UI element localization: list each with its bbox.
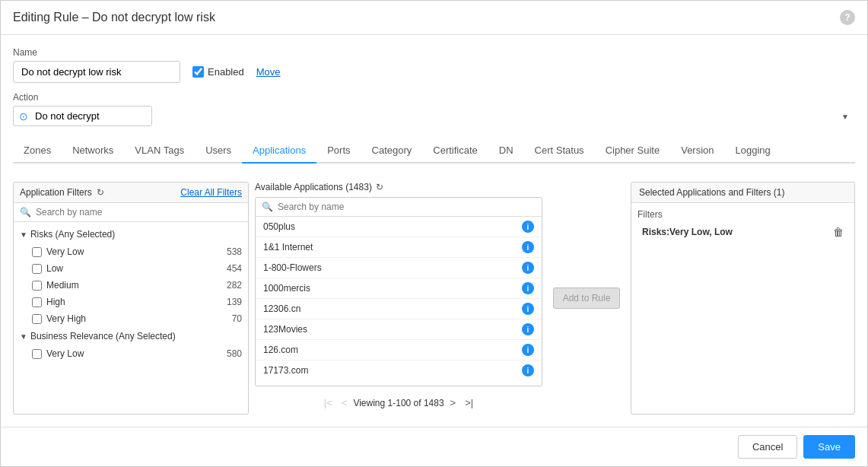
app-info-icon-0[interactable]: i — [522, 221, 534, 233]
filter-key: Risks: — [642, 227, 669, 237]
action-label: Action — [13, 92, 855, 103]
app-name-5: 123Movies — [263, 324, 307, 335]
app-search-icon: 🔍 — [262, 202, 273, 212]
tab-logging[interactable]: Logging — [725, 138, 781, 164]
enabled-checkbox-label[interactable]: Enabled — [192, 66, 244, 78]
clear-all-filters-link[interactable]: Clear All Filters — [180, 187, 242, 198]
tab-applications[interactable]: Applications — [242, 138, 316, 164]
filter-search-input[interactable] — [36, 207, 242, 218]
three-panel: Application Filters ↻ Clear All Filters … — [13, 182, 855, 415]
move-link[interactable]: Move — [256, 66, 281, 78]
filter-search-icon: 🔍 — [20, 207, 31, 218]
cancel-button[interactable]: Cancel — [738, 435, 797, 459]
action-icon: ⊙ — [19, 110, 28, 122]
app-info-icon-3[interactable]: i — [522, 282, 534, 294]
save-button[interactable]: Save — [803, 435, 855, 459]
filter-item-count-0-1: 454 — [227, 263, 242, 274]
app-info-icon-7[interactable]: i — [522, 364, 534, 376]
tab-certificate[interactable]: Certificate — [422, 138, 488, 164]
first-page-btn[interactable]: |< — [321, 396, 335, 410]
prev-page-btn[interactable]: < — [339, 396, 351, 410]
tab-cert-status[interactable]: Cert Status — [524, 138, 595, 164]
modal-body: Name Enabled Move Action ⊙ Do not decryp… — [1, 35, 867, 427]
app-item-7[interactable]: 17173.com i — [256, 361, 542, 380]
app-item-5[interactable]: 123Movies i — [256, 319, 542, 340]
modal-header: Editing Rule – Do not decrypt low risk ? — [1, 1, 867, 35]
tab-zones[interactable]: Zones — [13, 138, 62, 164]
filter-panel-header: Application Filters ↻ Clear All Filters — [14, 183, 248, 203]
tab-ports[interactable]: Ports — [316, 138, 361, 164]
filter-item-count-1-0: 580 — [227, 348, 242, 359]
filter-item-count-0-4: 70 — [232, 313, 242, 324]
filter-checkbox-0-2[interactable] — [32, 281, 42, 291]
available-apps-panel: Available Applications (1483) ↻ 🔍 050plu… — [255, 182, 542, 415]
filter-checkbox-0-4[interactable] — [32, 314, 42, 324]
filter-item-0-0: Very Low 538 — [14, 243, 248, 260]
filter-panel-title: Application Filters ↻ — [20, 187, 104, 198]
app-list: 050plus i 1&1 Internet i 1-800-Flowers i… — [256, 217, 542, 386]
app-name-7: 17173.com — [263, 365, 308, 376]
enabled-checkbox[interactable] — [192, 66, 204, 78]
help-icon[interactable]: ? — [840, 10, 855, 25]
selected-panel: Selected Applications and Filters (1) Fi… — [631, 182, 855, 415]
delete-filter-icon[interactable]: 🗑 — [833, 226, 844, 238]
app-info-icon-1[interactable]: i — [522, 241, 534, 253]
tab-cipher-suite[interactable]: Cipher Suite — [595, 138, 671, 164]
filter-item-count-0-3: 139 — [227, 297, 242, 307]
add-to-rule-button[interactable]: Add to Rule — [553, 288, 621, 309]
filter-checkbox-0-1[interactable] — [32, 264, 42, 274]
apps-refresh-icon[interactable]: ↻ — [376, 182, 383, 192]
app-search-input[interactable] — [278, 202, 536, 212]
app-item-3[interactable]: 1000mercis i — [256, 278, 542, 299]
filter-search-box: 🔍 — [14, 203, 248, 222]
app-info-icon-6[interactable]: i — [522, 344, 534, 356]
pagination-bar: |< < Viewing 1-100 of 1483 > >| — [255, 391, 542, 415]
app-name-0: 050plus — [263, 221, 295, 232]
chevron-down-icon: ▼ — [841, 112, 849, 120]
app-item-1[interactable]: 1&1 Internet i — [256, 237, 542, 258]
tab-networks[interactable]: Networks — [62, 138, 124, 164]
filter-group-header-1[interactable]: ▼ Business Relevance (Any Selected) — [14, 327, 248, 345]
action-select[interactable]: Do not decrypt Decrypt - Resign Decrypt … — [13, 106, 152, 126]
filter-item-label-0-1: Low — [46, 263, 222, 274]
tab-category[interactable]: Category — [361, 138, 423, 164]
app-info-icon-4[interactable]: i — [522, 303, 534, 315]
app-name-6: 126.com — [263, 345, 298, 355]
filters-group-label: Filters — [637, 209, 848, 220]
name-label: Name — [13, 47, 855, 58]
filter-group-header-0[interactable]: ▼ Risks (Any Selected) — [14, 225, 248, 243]
filter-item-label-0-2: Medium — [46, 280, 222, 291]
filter-refresh-icon[interactable]: ↻ — [97, 187, 104, 198]
app-info-icon-5[interactable]: i — [522, 323, 534, 335]
app-item-4[interactable]: 12306.cn i — [256, 299, 542, 319]
selected-filter-label: Risks:Very Low, Low — [642, 227, 733, 237]
filter-item-0-4: Very High 70 — [14, 310, 248, 327]
modal-title: Editing Rule – Do not decrypt low risk — [13, 11, 215, 24]
selected-filter-row: Risks:Very Low, Low 🗑 — [637, 223, 848, 241]
tab-users[interactable]: Users — [195, 138, 242, 164]
modal-container: Editing Rule – Do not decrypt low risk ?… — [0, 0, 868, 467]
app-item-6[interactable]: 126.com i — [256, 340, 542, 361]
filter-checkbox-0-3[interactable] — [32, 297, 42, 307]
tab-version[interactable]: Version — [670, 138, 724, 164]
filter-item-count-0-0: 538 — [227, 246, 242, 257]
app-item-2[interactable]: 1-800-Flowers i — [256, 258, 542, 278]
filter-item-label-1-0: Very Low — [46, 348, 222, 359]
next-page-btn[interactable]: > — [447, 396, 459, 410]
selected-list: Filters Risks:Very Low, Low 🗑 — [631, 203, 854, 414]
selected-panel-header: Selected Applications and Filters (1) — [631, 183, 854, 203]
app-item-0[interactable]: 050plus i — [256, 217, 542, 237]
tab-vlan-tags[interactable]: VLAN Tags — [124, 138, 195, 164]
name-input[interactable] — [13, 61, 180, 83]
filter-checkbox-1-0[interactable] — [32, 349, 42, 359]
app-info-icon-2[interactable]: i — [522, 262, 534, 274]
filter-item-0-1: Low 454 — [14, 260, 248, 277]
filter-checkbox-0-0[interactable] — [32, 247, 42, 257]
tab-dn[interactable]: DN — [488, 138, 524, 164]
last-page-btn[interactable]: >| — [462, 396, 476, 410]
app-name-1: 1&1 Internet — [263, 242, 313, 253]
app-name-3: 1000mercis — [263, 283, 310, 294]
add-button-area: Add to Rule — [548, 182, 625, 415]
app-name-2: 1-800-Flowers — [263, 262, 322, 273]
tab-content: Application Filters ↻ Clear All Filters … — [13, 173, 855, 415]
